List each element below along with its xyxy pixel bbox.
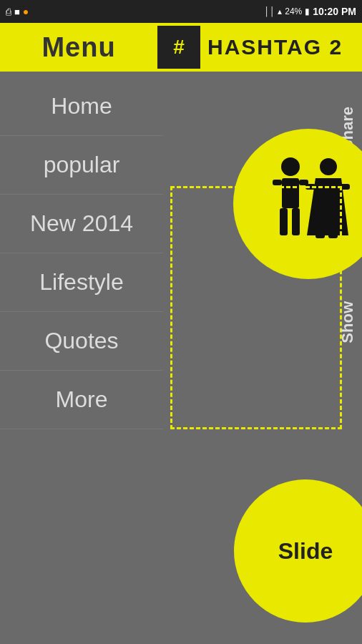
time-display: 10:20 PM xyxy=(313,6,356,17)
header: Menu # HASHTAG 2014 HASHTAG 2 xyxy=(0,23,362,72)
svg-rect-10 xyxy=(305,184,315,190)
sidebar-item-new2014[interactable]: New 2014 xyxy=(0,195,163,253)
status-left-icons: ⎙ ■ ● xyxy=(6,6,29,17)
sidebar-item-lifestyle[interactable]: Lifestyle xyxy=(0,253,163,312)
svg-rect-4 xyxy=(273,180,282,185)
battery-percent: 24% xyxy=(285,6,302,16)
svg-point-0 xyxy=(281,157,300,176)
svg-point-6 xyxy=(320,158,337,175)
show-label: Show xyxy=(333,272,362,372)
notif-icon: ● xyxy=(23,6,29,17)
status-bar: ⎙ ■ ● ││ ▴ 24% ▮ 10:20 PM xyxy=(0,0,362,23)
sidebar-item-quotes[interactable]: Quotes xyxy=(0,312,163,371)
status-right-info: ││ ▴ 24% ▮ 10:20 PM xyxy=(264,6,356,17)
sidebar-item-popular[interactable]: popular xyxy=(0,136,163,195)
svg-rect-3 xyxy=(292,208,300,235)
sidebar-item-more[interactable]: More xyxy=(0,371,163,429)
svg-rect-9 xyxy=(328,218,338,238)
sidebar: Home popular New 2014 Lifestyle Quotes M… xyxy=(0,72,163,644)
main-content: Home popular New 2014 Lifestyle Quotes M… xyxy=(0,72,362,644)
hashtag-symbol: # xyxy=(173,36,185,59)
svg-rect-2 xyxy=(280,208,288,235)
svg-rect-8 xyxy=(315,218,325,238)
people-circle xyxy=(233,129,362,279)
header-logo: # HASHTAG 2014 xyxy=(157,26,200,69)
content-area: Share xyxy=(163,72,362,644)
svg-rect-1 xyxy=(282,178,299,208)
year-text: HASHTAG 2014 xyxy=(199,26,200,66)
sidebar-item-home[interactable]: Home xyxy=(0,77,163,136)
menu-label: Menu xyxy=(0,32,157,63)
signal-icon: ▴ xyxy=(278,6,282,16)
people-svg xyxy=(251,147,362,261)
battery-icon: ▮ xyxy=(305,6,310,16)
svg-rect-11 xyxy=(340,184,350,190)
header-title: HASHTAG 2 xyxy=(200,35,362,59)
slide-button[interactable]: Slide xyxy=(234,479,362,623)
bb-icon: ■ xyxy=(14,6,20,17)
wifi-icon: ││ xyxy=(264,6,275,16)
usb-icon: ⎙ xyxy=(6,6,11,17)
